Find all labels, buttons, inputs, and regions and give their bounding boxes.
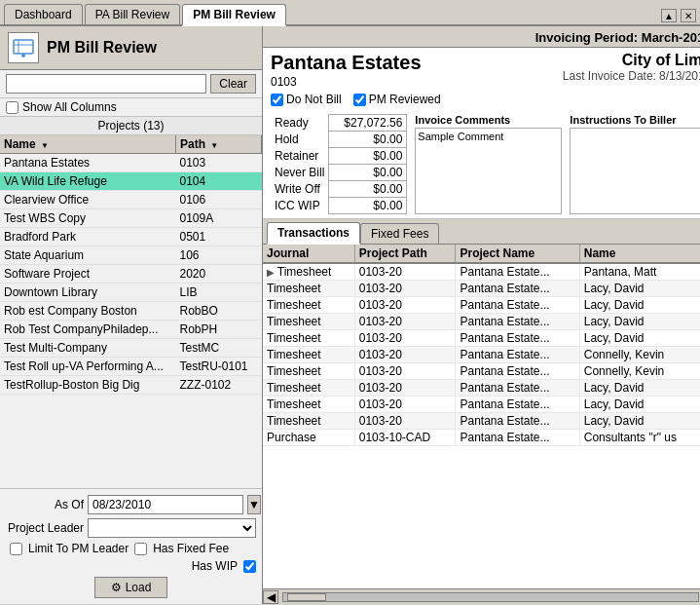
as-of-input[interactable] xyxy=(88,495,243,514)
project-row[interactable]: TestRollup-Boston Big DigZZZ-0102 xyxy=(0,376,262,395)
summary-row: Write Off$0.00 xyxy=(271,181,407,198)
show-all-columns-row: Show All Columns xyxy=(0,98,262,117)
project-path-cell: 0103 xyxy=(175,154,261,172)
has-fixed-fee-checkbox[interactable] xyxy=(134,543,147,555)
transaction-row[interactable]: Timesheet0103-20Pantana Estate...Lacy, D… xyxy=(263,297,700,314)
transaction-row[interactable]: Timesheet0103-20Pantana Estate...Connell… xyxy=(263,363,700,380)
tx-path-cell: 0103-20 xyxy=(354,297,456,314)
tx-col-header[interactable]: Project Name xyxy=(456,245,579,263)
transaction-row[interactable]: Timesheet0103-20Pantana Estate...Lacy, D… xyxy=(263,281,700,297)
tx-name-cell: Lacy, David xyxy=(579,314,700,330)
transaction-row[interactable]: Timesheet0103-20Pantana Estate...Lacy, D… xyxy=(263,330,700,347)
tab-fixed-fees[interactable]: Fixed Fees xyxy=(360,223,439,244)
project-leader-select[interactable] xyxy=(88,518,256,538)
entity-left: Pantana Estates 0103 xyxy=(271,52,422,89)
project-row[interactable]: VA Wild Life Refuge0104 xyxy=(0,172,262,191)
project-row[interactable]: Pantana Estates0103 xyxy=(0,154,262,172)
tx-project-name-cell: Pantana Estate... xyxy=(456,363,579,380)
scrollbar-thumb[interactable] xyxy=(287,593,326,601)
transaction-row[interactable]: Timesheet0103-20Pantana Estate...Lacy, D… xyxy=(263,397,700,413)
transaction-row[interactable]: Timesheet0103-20Pantana Estate...Lacy, D… xyxy=(263,413,700,430)
project-row[interactable]: Test WBS Copy0109A xyxy=(0,209,262,228)
summary-value: $0.00 xyxy=(329,132,407,148)
project-row[interactable]: Test Roll up-VA Performing A...TestRU-01… xyxy=(0,358,262,376)
tx-path-cell: 0103-20 xyxy=(354,413,456,430)
pm-reviewed-checkbox[interactable] xyxy=(353,94,366,106)
tab-dashboard[interactable]: Dashboard xyxy=(4,4,83,24)
tx-project-name-cell: Pantana Estate... xyxy=(456,413,579,430)
expand-icon[interactable]: ▶ xyxy=(267,267,277,278)
transaction-row[interactable]: Timesheet0103-20Pantana Estate...Lacy, D… xyxy=(263,380,700,397)
left-panel: PM Bill Review Clear Show All Columns Pr… xyxy=(0,26,263,604)
project-row[interactable]: Clearview Office0106 xyxy=(0,191,262,209)
tx-journal-cell: Timesheet xyxy=(263,330,354,347)
tx-project-name-cell: Pantana Estate... xyxy=(456,430,579,446)
instructions-textarea[interactable] xyxy=(570,128,700,214)
project-row[interactable]: Software Project2020 xyxy=(0,265,262,284)
project-path-cell: 2020 xyxy=(175,265,261,284)
project-name-cell: VA Wild Life Refuge xyxy=(0,172,175,191)
project-name-cell: State Aquarium xyxy=(0,246,175,265)
tx-path-cell: 0103-20 xyxy=(354,330,456,347)
clear-button[interactable]: Clear xyxy=(210,74,256,94)
minimize-button[interactable]: ▲ xyxy=(661,9,677,22)
project-leader-label: Project Leader xyxy=(6,521,84,535)
project-row[interactable]: Bradford Park0501 xyxy=(0,228,262,246)
limit-to-pm-checkbox[interactable] xyxy=(10,543,22,555)
tx-journal-cell: Timesheet xyxy=(263,297,354,314)
transaction-row[interactable]: Timesheet0103-20Pantana Estate...Connell… xyxy=(263,347,700,363)
scrollbar-track[interactable] xyxy=(282,592,699,602)
tx-path-cell: 0103-10-CAD xyxy=(354,430,456,446)
project-name-cell: Bradford Park xyxy=(0,228,175,246)
load-button[interactable]: ⚙ Load xyxy=(94,577,168,598)
search-input[interactable] xyxy=(6,74,206,94)
tab-pa-bill-review[interactable]: PA Bill Review xyxy=(85,4,180,24)
load-gear-icon: ⚙ xyxy=(111,581,122,594)
invoice-comments-textarea[interactable] xyxy=(415,128,562,214)
do-not-bill-checkbox[interactable] xyxy=(271,94,283,106)
tx-journal-cell: ▶ Timesheet xyxy=(263,263,354,281)
do-not-bill-label: Do Not Bill xyxy=(286,93,342,106)
tab-transactions[interactable]: Transactions xyxy=(267,222,360,245)
svg-point-3 xyxy=(21,54,25,57)
project-row[interactable]: Test Multi-CompanyTestMC xyxy=(0,339,262,358)
project-row[interactable]: Downtown LibraryLIB xyxy=(0,284,262,302)
tx-name-cell: Lacy, David xyxy=(579,380,700,397)
project-row[interactable]: State Aquarium106 xyxy=(0,246,262,265)
path-sort-icon[interactable]: ▼ xyxy=(210,141,218,150)
tx-col-header[interactable]: Journal xyxy=(263,245,354,263)
project-row[interactable]: Rob est Company BostonRobBO xyxy=(0,302,262,321)
summary-label: ICC WIP xyxy=(271,198,329,214)
show-all-columns-checkbox[interactable] xyxy=(6,101,18,114)
name-sort-icon[interactable]: ▼ xyxy=(41,141,49,150)
show-all-columns-label: Show All Columns xyxy=(22,100,117,114)
invoice-comments-label: Invoice Comments xyxy=(415,114,562,126)
scroll-left-button[interactable]: ◀ xyxy=(263,590,278,604)
transaction-row[interactable]: ▶ Timesheet0103-20Pantana Estate...Panta… xyxy=(263,263,700,281)
close-button[interactable]: ✕ xyxy=(681,9,696,22)
horizontal-scrollbar[interactable]: ◀ ▶ xyxy=(263,588,700,604)
col-path-header[interactable]: Path ▼ xyxy=(175,135,261,154)
as-of-dropdown-button[interactable]: ▼ xyxy=(247,495,261,514)
transaction-row[interactable]: Purchase0103-10-CADPantana Estate...Cons… xyxy=(263,430,700,446)
tx-name-cell: Connelly, Kevin xyxy=(579,363,700,380)
inner-tabs-bar: Transactions Fixed Fees ▼ xyxy=(263,219,700,245)
tab-pm-bill-review[interactable]: PM Bill Review xyxy=(182,4,286,26)
project-name-cell: Test Multi-Company xyxy=(0,339,175,358)
tx-col-header[interactable]: Project Path xyxy=(354,245,456,263)
entity-name: Pantana Estates xyxy=(271,52,422,74)
tx-name-cell: Connelly, Kevin xyxy=(579,347,700,363)
transaction-row[interactable]: Timesheet0103-20Pantana Estate...Lacy, D… xyxy=(263,314,700,330)
tx-col-header[interactable]: Name xyxy=(579,245,700,263)
summary-table: Ready$27,072.56Hold$0.00Retainer$0.00Nev… xyxy=(271,114,407,214)
project-row[interactable]: Rob Test CompanyPhiladep...RobPH xyxy=(0,321,262,339)
entity-city: City of Lima xyxy=(563,52,700,69)
transactions-table-wrap[interactable]: JournalProject PathProject NameName ▶ Ti… xyxy=(263,245,700,588)
col-name-header[interactable]: Name ▼ xyxy=(0,135,175,154)
project-table-container[interactable]: Name ▼ Path ▼ Pantana Estates0103VA Wild… xyxy=(0,135,262,488)
tx-project-name-cell: Pantana Estate... xyxy=(456,330,579,347)
tx-project-name-cell: Pantana Estate... xyxy=(456,263,579,281)
has-wip-checkbox[interactable] xyxy=(243,560,256,573)
project-path-cell: TestRU-0101 xyxy=(175,358,261,376)
project-path-cell: 0501 xyxy=(175,228,261,246)
